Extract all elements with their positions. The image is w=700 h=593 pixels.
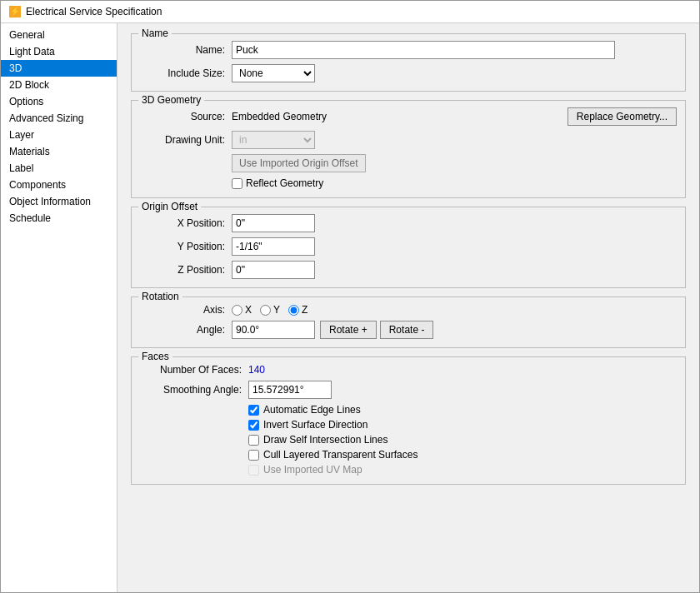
axis-z-radio[interactable]: [288, 305, 299, 316]
y-position-label: Y Position:: [140, 241, 232, 252]
rotation-section-label: Rotation: [138, 291, 182, 302]
axis-radio-group: X Y Z: [232, 304, 308, 316]
rotate-minus-button[interactable]: Rotate -: [380, 321, 434, 339]
main-content: Name Name: Include Size: None 3D Geometr…: [118, 23, 699, 592]
drawing-unit-row: Drawing Unit: in: [140, 131, 677, 149]
replace-geometry-button[interactable]: Replace Geometry...: [568, 107, 677, 126]
use-imported-uv-checkbox[interactable]: [248, 465, 259, 476]
draw-self-intersection-label: Draw Self Intersection Lines: [263, 434, 388, 446]
include-size-label: Include Size:: [140, 67, 232, 79]
use-imported-uv-row: Use Imported UV Map: [248, 464, 677, 476]
num-faces-label: Number Of Faces:: [140, 364, 248, 376]
axis-x-label: X: [245, 304, 252, 316]
angle-input[interactable]: [232, 321, 315, 339]
reflect-geometry-row: Reflect Geometry: [140, 177, 677, 189]
drawing-unit-label: Drawing Unit:: [140, 134, 232, 146]
origin-offset-section: Origin Offset X Position: Y Position: Z …: [131, 207, 686, 288]
drawing-unit-select[interactable]: in: [232, 131, 315, 149]
axis-y-item: Y: [260, 304, 280, 316]
sidebar: General Light Data 3D 2D Block Options A…: [1, 23, 118, 592]
use-imported-origin-offset-button[interactable]: Use Imported Origin Offset: [232, 154, 366, 172]
y-position-row: Y Position:: [140, 237, 677, 256]
z-position-label: Z Position:: [140, 264, 232, 276]
sidebar-item-object-information[interactable]: Object Information: [1, 193, 117, 210]
face-checkboxes: Automatic Edge Lines Invert Surface Dire…: [248, 404, 677, 476]
sidebar-item-schedule[interactable]: Schedule: [1, 210, 117, 227]
origin-offset-section-label: Origin Offset: [138, 201, 201, 212]
cull-layered-row: Cull Layered Transparent Surfaces: [248, 449, 677, 461]
x-position-row: X Position:: [140, 214, 677, 232]
num-faces-row: Number Of Faces: 140: [140, 364, 677, 376]
name-input[interactable]: [232, 41, 615, 59]
source-value: Embedded Geometry: [232, 111, 568, 122]
num-faces-value: 140: [248, 364, 265, 376]
main-window: ⚡ Electrical Service Specification Gener…: [0, 0, 700, 593]
faces-section: Faces Number Of Faces: 140 Smoothing Ang…: [131, 356, 686, 485]
rotation-section: Rotation Axis: X Y: [131, 296, 686, 348]
geometry-section-label: 3D Geometry: [138, 94, 204, 106]
sidebar-item-components[interactable]: Components: [1, 177, 117, 193]
title-bar: ⚡ Electrical Service Specification: [1, 1, 699, 23]
invert-surface-checkbox[interactable]: [248, 420, 259, 431]
axis-x-radio[interactable]: [232, 305, 242, 316]
sidebar-item-3d[interactable]: 3D: [1, 60, 117, 77]
axis-z-label: Z: [302, 304, 308, 316]
y-position-input[interactable]: [232, 237, 315, 256]
automatic-edge-lines-row: Automatic Edge Lines: [248, 404, 677, 416]
name-field-label: Name:: [140, 44, 232, 56]
content-area: General Light Data 3D 2D Block Options A…: [1, 23, 699, 592]
window-icon: ⚡: [9, 6, 21, 17]
faces-section-label: Faces: [138, 351, 172, 362]
automatic-edge-lines-checkbox[interactable]: [248, 405, 259, 416]
name-row: Name:: [140, 41, 677, 59]
axis-z-item: Z: [288, 304, 308, 316]
sidebar-item-layer[interactable]: Layer: [1, 127, 117, 143]
window-title: Electrical Service Specification: [26, 6, 162, 17]
invert-surface-row: Invert Surface Direction: [248, 419, 677, 431]
include-size-row: Include Size: None: [140, 64, 677, 82]
sidebar-item-materials[interactable]: Materials: [1, 143, 117, 160]
axis-row: Axis: X Y Z: [140, 304, 677, 316]
sidebar-item-light-data[interactable]: Light Data: [1, 43, 117, 60]
smoothing-row: Smoothing Angle:: [140, 381, 677, 399]
cull-layered-checkbox[interactable]: [248, 450, 259, 461]
x-position-label: X Position:: [140, 217, 232, 229]
use-offset-row: Use Imported Origin Offset: [140, 154, 677, 172]
sidebar-item-general[interactable]: General: [1, 27, 117, 43]
axis-label: Axis:: [140, 304, 232, 316]
include-size-select[interactable]: None: [232, 64, 315, 82]
geometry-section: 3D Geometry Source: Embedded Geometry Re…: [131, 100, 686, 198]
z-position-input[interactable]: [232, 261, 315, 279]
angle-row: Angle: Rotate + Rotate -: [140, 321, 677, 339]
axis-y-radio[interactable]: [260, 305, 271, 316]
source-label: Source:: [140, 111, 232, 122]
name-section: Name Name: Include Size: None: [131, 33, 686, 92]
automatic-edge-lines-label: Automatic Edge Lines: [263, 404, 361, 416]
reflect-geometry-checkbox[interactable]: [232, 178, 242, 189]
reflect-geometry-label: Reflect Geometry: [246, 177, 323, 189]
rotate-plus-button[interactable]: Rotate +: [320, 321, 377, 339]
draw-self-intersection-checkbox[interactable]: [248, 435, 259, 446]
angle-label: Angle:: [140, 324, 232, 336]
axis-y-label: Y: [273, 304, 280, 316]
sidebar-item-options[interactable]: Options: [1, 93, 117, 110]
sidebar-item-label[interactable]: Label: [1, 160, 117, 177]
sidebar-item-advanced-sizing[interactable]: Advanced Sizing: [1, 110, 117, 127]
z-position-row: Z Position:: [140, 261, 677, 279]
invert-surface-label: Invert Surface Direction: [263, 419, 368, 431]
cull-layered-label: Cull Layered Transparent Surfaces: [263, 449, 418, 461]
use-imported-uv-label: Use Imported UV Map: [263, 464, 362, 476]
x-position-input[interactable]: [232, 214, 315, 232]
smoothing-label: Smoothing Angle:: [140, 384, 248, 396]
name-section-label: Name: [138, 27, 172, 39]
axis-x-item: X: [232, 304, 252, 316]
smoothing-input[interactable]: [248, 381, 332, 399]
draw-self-intersection-row: Draw Self Intersection Lines: [248, 434, 677, 446]
sidebar-item-2d-block[interactable]: 2D Block: [1, 77, 117, 93]
